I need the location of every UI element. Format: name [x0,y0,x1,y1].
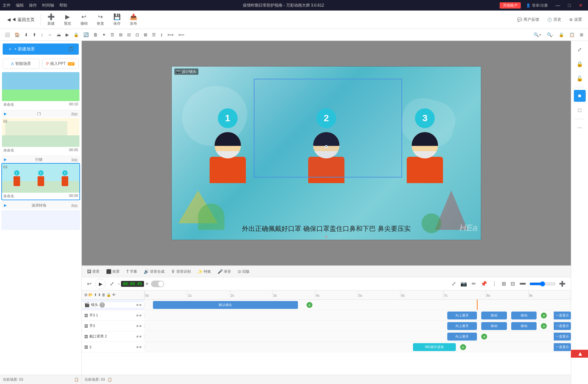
hand31-dot-1[interactable] [136,315,138,316]
tool-home[interactable]: 🏠 [13,31,22,38]
hand31-block-1[interactable]: 向上展开 [447,312,477,319]
tool-lines[interactable]: ☰ [108,31,116,38]
timeline-fullscreen-button[interactable]: ⤢ [108,279,115,288]
hand31-dot-2[interactable] [139,315,141,316]
scene-item-02[interactable]: 02 未命名 00:05 [1,117,80,154]
scene-item-03[interactable]: 03 1 2 3 [1,163,80,200]
tool-align-h[interactable]: ↔ [46,31,54,38]
track3-dot-1[interactable] [136,346,138,348]
add-block-3[interactable]: + [460,344,466,350]
timeline-filter[interactable]: ⋮ [490,279,498,288]
rpanel-outline[interactable]: □ [574,104,586,116]
help-badge[interactable]: ? [100,302,105,308]
track-dot-2[interactable] [139,304,141,306]
minimize-button[interactable]: — [553,2,563,9]
back-home-button[interactable]: ◀ ◀ 返回主页 [4,15,38,24]
zoom-out-button[interactable]: - [118,281,120,287]
timeline-back-button[interactable]: ↩ [86,279,93,288]
tool-grid-view[interactable]: ⊞ [578,31,585,38]
rpanel-lock1[interactable]: 🔒 [574,58,586,70]
login-button[interactable]: 👤 登录/注册 [523,2,550,9]
hand3-block-3[interactable]: 移动 [511,322,537,330]
save-button[interactable]: 💾 保存 [109,12,125,27]
hand31-block-3[interactable]: 移动 [511,312,537,319]
camera-block[interactable]: 默认镜头 [153,301,298,309]
new-button[interactable]: ➕ 新建 [44,12,59,27]
tool-zoom-out[interactable]: 🔍- [545,31,555,38]
tool-align-center[interactable]: ⊡ [133,31,141,38]
voice-recog-button[interactable]: 🎙 语音识别 [168,268,193,275]
timeline-play-button[interactable]: ▶ [95,279,106,289]
maskman-dot-1[interactable] [136,336,138,338]
tool-h-space[interactable]: ⟺ [165,31,176,38]
timeline-edit[interactable]: ✏ [470,279,477,288]
timeline-pin[interactable]: 📌 [479,279,488,288]
tool-star[interactable]: ✦ [100,31,108,38]
timeline-split[interactable]: ⊟ [509,279,516,288]
track3-dot-2[interactable] [139,346,141,348]
menu-timeline[interactable]: 时间轴 [42,3,54,8]
menu-file[interactable]: 文件 [3,3,11,8]
scene-transition-03[interactable]: ▶ 波浪转场 2(s) [1,202,80,209]
menu-edit[interactable]: 编辑 [16,3,24,8]
tool-delete[interactable]: 🗑 [91,31,100,38]
tool-h-lines[interactable]: ☰ [150,31,158,38]
hand3-dot-1[interactable] [136,325,138,327]
speed-toggle[interactable] [151,281,164,287]
front-button[interactable]: ⬛ 前景 [103,268,122,275]
timeline-zoom-slider[interactable] [529,281,556,287]
hand3-block-2[interactable]: 移动 [481,322,507,330]
insert-ppt-button[interactable]: P 插入PPT VIP [42,59,79,69]
old-ver-button[interactable]: ⊙ 旧版 [235,268,252,275]
add-block-hand3[interactable]: + [541,323,547,329]
add-block-hand31[interactable]: + [541,313,547,318]
rpanel-red-btn[interactable]: ▶ [571,350,588,358]
tool-v-align[interactable]: ⊠ [142,31,149,38]
tool-v-lines[interactable]: ⫿ [159,31,165,38]
tool-v-space[interactable]: ⟸ [176,31,187,38]
hand3-block-1[interactable]: 向上展开 [447,322,477,330]
tool-lock[interactable]: 🔒 [72,31,81,38]
tool-zoom-in[interactable]: 🔍+ [532,31,544,38]
record-button[interactable]: 🎤 录音 [215,268,234,275]
tool-play-small[interactable]: ▶ [64,31,71,38]
close-button[interactable]: ✕ [576,2,585,9]
rpanel-lock2[interactable]: 🔓 [574,72,586,84]
publish-button[interactable]: 📤 发布 [126,12,141,27]
hand31-block-2[interactable]: 移动 [481,312,507,319]
menu-operate[interactable]: 操作 [29,3,37,8]
add-block-camera[interactable]: + [307,302,312,308]
menu-help[interactable]: 帮助 [59,3,67,8]
tool-align-down[interactable]: ⬇ [22,31,30,38]
figure-2[interactable]: 2 [307,108,346,185]
rpanel-more[interactable]: ··· [574,122,586,134]
add-block-maskman[interactable]: + [481,334,487,340]
tool-rotate[interactable]: 🔄 [81,31,91,38]
upgrade-button[interactable]: 升级账户 [500,2,521,9]
settings-button[interactable]: ⚙ 设置 [567,15,584,24]
feedback-button[interactable]: 💬 用户反馈 [515,15,541,24]
tool-lock2[interactable]: 🔒 [557,31,566,38]
history-button[interactable]: 🕐 历史 [545,15,563,24]
tool-select[interactable]: ⬜ [3,31,12,38]
tool-grid2[interactable]: ⊟ [125,31,133,38]
voice-synth-button[interactable]: 🔊 语音合成 [141,268,167,275]
rpanel-fullscreen[interactable]: ⤢ [574,43,586,55]
expand-arrow[interactable]: ▼ [324,234,329,240]
scene-transition-01[interactable]: ▶ 门 2(s) [1,110,80,117]
timeline-camera[interactable]: 📷 [459,279,468,288]
maximize-button[interactable]: □ [566,2,573,9]
timeline-add-end[interactable]: ➕ [558,279,567,288]
effects-button[interactable]: ✨ 特效 [195,268,214,275]
undo-button[interactable]: ↩ 撤销 [76,12,92,27]
zoom-in-button[interactable]: + [145,281,148,287]
scene-transition-02[interactable]: ▶ 行驶 1(s) [1,156,80,163]
track3-block-1[interactable]: MG展开进场 [413,343,456,351]
timeline-minus[interactable]: ➖ [518,279,527,288]
tool-copy[interactable]: 📋 [567,31,576,38]
bg-button[interactable]: 🖼 背景 [84,268,102,275]
smart-scene-button[interactable]: A 智能场景 [3,59,40,69]
maskman-block-1[interactable]: 向上展开 [447,333,477,341]
scene-item-01[interactable]: 未命名 00:10 [1,71,80,109]
track-dot-1[interactable] [136,304,138,306]
